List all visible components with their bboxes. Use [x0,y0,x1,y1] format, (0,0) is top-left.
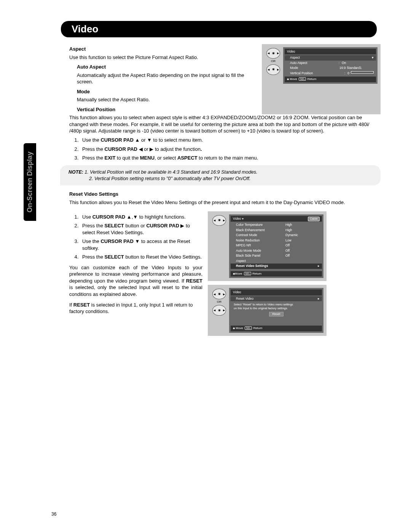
reset-steps-list: Use CURSOR PAD ▲,▼ to highlight function… [80,214,202,260]
remote-dpad-icon: ◉ [212,215,226,226]
osd-row-reset-video: Reset Video [236,297,318,301]
osd-row: Black Enhancement [236,228,285,232]
step-item: Press the EXIT to quit the MENU, or sele… [80,155,381,161]
osd-row-aspect: Aspect [290,56,372,60]
osd-sel: SEL [299,77,306,81]
step-item: Press the CURSOR PAD ◀ or ▶ to adjust th… [80,146,381,153]
osd-title: Video [231,289,322,295]
aspect-heading: Aspect [69,46,256,53]
osd-title: Video [233,217,241,220]
reset-button: Reset [269,312,284,316]
remote-dpad-icon: ◉ [212,289,226,299]
aspect-desc: Use this function to select the Picture … [69,54,256,61]
osd-message: on this Input to the original factory se… [234,307,288,310]
side-tab-label: On-Screen Display [24,143,36,221]
vertical-position-heading: Vertical Position [77,106,256,113]
osd-row: Contrast Mode [236,233,285,237]
reset-heading: Reset Video Settings [69,191,381,198]
osd-screenshot-video-menu: ◉ Video ▾Cable Color TemperatureHigh Bla… [208,211,327,281]
auto-aspect-heading: Auto Aspect [77,64,256,70]
osd-screenshot-aspect: ◉ OR ◉ Video Aspect▾ Auto Aspect:On Mode… [262,44,381,114]
osd-move: Move [290,77,297,81]
auto-aspect-desc: Automatically adjust the Aspect Ratio de… [77,72,256,85]
osd-row: MPEG NR [236,243,285,248]
osd-row-highlight: Reset Video Settings [236,264,318,268]
mode-desc: Manually select the Aspect Ratio. [77,96,256,103]
osd-val-on: On [339,61,374,65]
osd-val-vp: 0 [345,71,349,75]
step-item: Press the SELECT button to Reset the Vid… [80,254,202,260]
osd-title: Video [285,49,376,54]
osd-row: Auto Movie Mode [236,249,285,253]
reset-para-1: You can customize each of the Video Inpu… [69,264,202,298]
aspect-steps-list: Use the CURSOR PAD ▲ or ▼ to to select m… [80,137,381,161]
reset-desc: This function allows you to Reset the Vi… [69,199,381,206]
osd-message: Select "Reset" to return to Video menu s… [234,303,293,306]
vertical-position-desc: This function allows you to select when … [69,114,381,134]
chevron-down-icon: ▾ [372,56,374,60]
osd-row-mode: Mode [290,66,339,70]
reset-para-2: If RESET is selected in Input 1, only In… [69,302,202,315]
page-number: 36 [51,511,56,517]
cable-badge: Cable [308,217,320,222]
slider-icon [351,71,374,73]
page-title: Video [61,21,377,37]
step-item: Use the CURSOR PAD ▼ to access at the Re… [80,238,202,251]
osd-screenshot-reset-confirm: ◉ OR ◉ Video Reset Video▸ Select "Reset"… [208,285,327,336]
step-item: Use CURSOR PAD ▲,▼ to highlight function… [80,214,202,220]
note-1: 1. Vertical Position will not be availab… [83,169,257,175]
or-label: OR [211,300,228,304]
note-label: NOTE: [68,169,83,175]
osd-return: Return [307,77,316,81]
remote-dpad-icon: ◉ [266,64,280,75]
remote-dpad-icon: ◉ [212,305,226,316]
osd-row-auto-aspect: Auto Aspect [290,61,339,65]
osd-row-vp: Vertical Position [290,71,344,75]
or-label: OR [265,59,282,64]
osd-val-mode: 16:9 Standard1 [339,66,374,70]
note-box: NOTE: 1. Vertical Position will not be a… [60,165,381,186]
mode-heading: Mode [77,88,256,95]
osd-row: Aspect [236,259,320,263]
step-item: Press the SELECT button or CURSOR PAD ▶ … [80,222,202,236]
osd-row: Black Side Panel [236,254,285,258]
remote-dpad-icon: ◉ [266,48,280,59]
step-item: Use the CURSOR PAD ▲ or ▼ to to select m… [80,137,381,144]
osd-row: Noise Reduction [236,238,285,243]
osd-row: Color Temperature [236,223,285,227]
note-2: 2. Vertical Position setting returns to … [89,176,251,182]
